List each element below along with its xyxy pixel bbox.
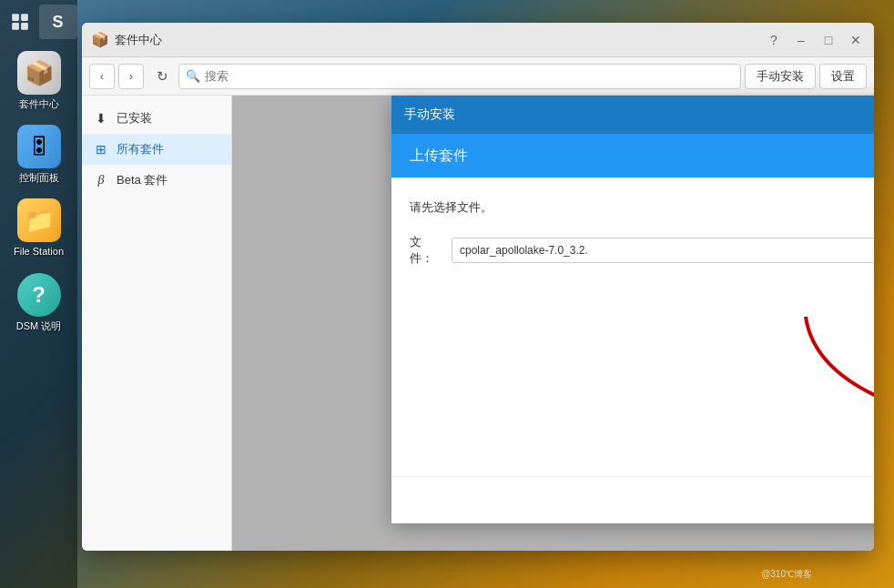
forward-button[interactable]: › [118,64,144,89]
control-panel-app-icon[interactable]: 🎛 控制面板 [5,120,73,188]
modal-subtitle: 上传套件 [410,147,468,166]
refresh-button[interactable]: ↻ [149,64,175,89]
sidebar-item-beta-label: Beta 套件 [117,172,168,188]
svg-rect-2 [12,23,19,30]
taskbar: S 📦 套件中心 🎛 控制面板 📁 File Station [0,0,77,588]
help-button[interactable]: ? [763,29,785,51]
manual-install-modal: 手动安装 ✕ 上传套件 请先选择文件。 文件： [391,96,874,523]
package-center-window: 📦 套件中心 ? – □ ✕ ‹ › ↻ 🔍 手动安装 设置 [82,23,874,551]
file-station-app-icon[interactable]: 📁 File Station [5,194,73,262]
sidebar-item-installed[interactable]: ⬇ 已安装 [82,103,231,134]
sidebar-item-all[interactable]: ⊞ 所有套件 [82,134,231,165]
control-panel-label: 控制面板 [19,172,59,184]
svg-rect-1 [21,14,28,21]
grid-menu-button[interactable] [1,5,39,39]
manual-install-button[interactable]: 手动安装 [745,64,816,89]
red-arrow-indicator [778,308,874,426]
all-icon: ⊞ [93,142,109,157]
dsm-help-label: DSM 说明 [16,320,62,332]
file-input[interactable] [452,238,874,263]
taskbar-top: S [0,5,77,39]
window-body: ⬇ 已安装 ⊞ 所有套件 β Beta 套件 [82,96,874,551]
modal-header: 手动安装 ✕ [391,96,874,134]
sidebar: ⬇ 已安装 ⊞ 所有套件 β Beta 套件 [82,96,232,551]
installed-icon: ⬇ [93,111,109,126]
dsm-help-icon: ? [17,273,61,317]
package-center-label: 套件中心 [19,98,59,110]
package-center-icon: 📦 [17,51,61,95]
minimize-button[interactable]: – [790,29,812,51]
watermark: @310℃博客 [761,568,812,581]
sidebar-item-all-label: 所有套件 [117,141,164,157]
sidebar-item-beta[interactable]: β Beta 套件 [82,165,231,196]
file-station-label: File Station [14,246,64,258]
close-button[interactable]: ✕ [845,29,867,51]
search-wrapper: 🔍 [178,64,741,89]
back-button[interactable]: ‹ [89,64,115,89]
svg-rect-3 [21,23,28,30]
control-panel-icon: 🎛 [17,125,61,168]
modal-body: 请先选择文件。 文件： 浏览 [391,177,874,476]
package-center-taskbar-button[interactable]: S [39,5,77,39]
search-icon: 🔍 [186,69,200,83]
desktop: S 📦 套件中心 🎛 控制面板 📁 File Station [0,0,894,588]
settings-button[interactable]: 设置 [819,64,867,89]
grid-icon [10,12,30,32]
search-input[interactable] [178,64,741,89]
sidebar-item-installed-label: 已安装 [117,110,152,127]
window-icon: 📦 [91,31,109,49]
file-station-icon: 📁 [17,198,61,242]
main-content: 手动安装 ✕ 上传套件 请先选择文件。 文件： [232,96,874,551]
beta-icon: β [93,173,109,188]
window-toolbar: ‹ › ↻ 🔍 手动安装 设置 [82,57,874,96]
modal-subheader: 上传套件 [391,134,874,177]
modal-overlay: 手动安装 ✕ 上传套件 请先选择文件。 文件： [232,96,874,551]
svg-rect-0 [12,14,19,21]
modal-hint: 请先选择文件。 [410,199,874,216]
window-title: 套件中心 [115,32,162,48]
file-label: 文件： [410,234,442,267]
window-titlebar: 📦 套件中心 ? – □ ✕ [82,23,874,57]
dsm-help-app-icon[interactable]: ? DSM 说明 [5,269,73,337]
file-row: 文件： 浏览 [410,234,874,267]
modal-header-title: 手动安装 [404,106,455,123]
window-controls: ? – □ ✕ [763,29,867,51]
modal-footer: 下一步 [391,476,874,523]
package-center-app-icon[interactable]: 📦 套件中心 [5,46,73,115]
maximize-button[interactable]: □ [818,29,839,51]
